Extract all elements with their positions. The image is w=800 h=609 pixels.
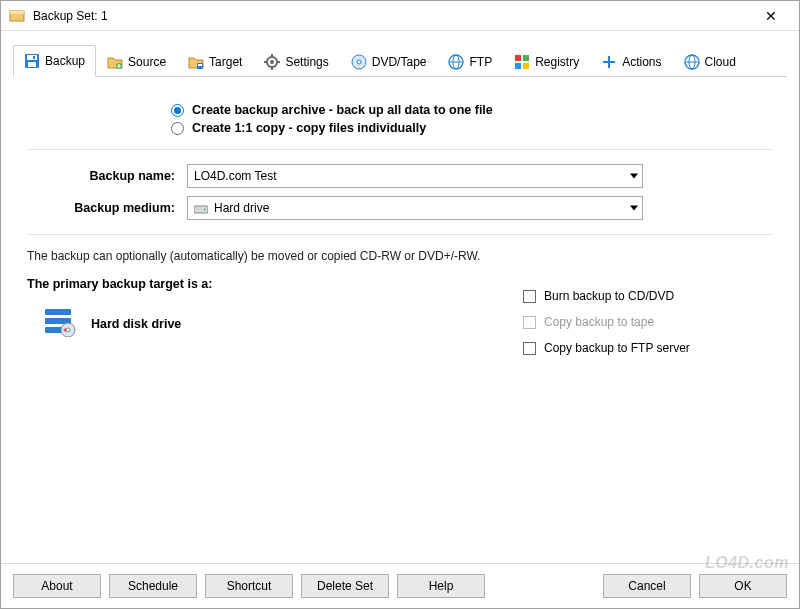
svg-rect-20 bbox=[515, 55, 521, 61]
save-icon bbox=[24, 53, 40, 69]
button-bar: About Schedule Shortcut Delete Set Help … bbox=[1, 563, 799, 608]
radio-create-archive[interactable]: Create backup archive - back up all data… bbox=[171, 103, 773, 117]
svg-rect-8 bbox=[198, 64, 202, 66]
checkbox-icon bbox=[523, 342, 536, 355]
svg-rect-1 bbox=[10, 11, 24, 14]
help-button[interactable]: Help bbox=[397, 574, 485, 598]
disc-icon bbox=[351, 54, 367, 70]
backup-name-combo[interactable]: LO4D.com Test bbox=[187, 164, 643, 188]
col-primary-target: The primary backup target is a: bbox=[27, 277, 523, 367]
registry-icon bbox=[514, 54, 530, 70]
checkbox-copy-tape: Copy backup to tape bbox=[523, 315, 773, 329]
tab-settings[interactable]: Settings bbox=[253, 45, 339, 77]
tab-dvdtape[interactable]: DVD/Tape bbox=[340, 45, 438, 77]
svg-rect-4 bbox=[28, 62, 36, 67]
tab-ftp[interactable]: FTP bbox=[437, 45, 503, 77]
radio-label: Create 1:1 copy - copy files individuall… bbox=[192, 121, 426, 135]
note-text: The backup can optionally (automatically… bbox=[27, 249, 773, 263]
tab-actions[interactable]: Actions bbox=[590, 45, 672, 77]
window: Backup Set: 1 ✕ Backup Source Targe bbox=[0, 0, 800, 609]
svg-point-28 bbox=[204, 209, 206, 211]
tab-source[interactable]: Source bbox=[96, 45, 177, 77]
hard-disk-icon bbox=[43, 307, 77, 340]
tab-label: Target bbox=[209, 55, 242, 69]
ok-button[interactable]: OK bbox=[699, 574, 787, 598]
tab-registry[interactable]: Registry bbox=[503, 45, 590, 77]
checkbox-icon bbox=[523, 290, 536, 303]
tab-label: FTP bbox=[469, 55, 492, 69]
delete-set-button[interactable]: Delete Set bbox=[301, 574, 389, 598]
svg-rect-5 bbox=[33, 56, 35, 59]
tab-label: Source bbox=[128, 55, 166, 69]
shortcut-button[interactable]: Shortcut bbox=[205, 574, 293, 598]
primary-target-value: Hard disk drive bbox=[91, 317, 181, 331]
gear-icon bbox=[264, 54, 280, 70]
primary-target-row: Hard disk drive bbox=[43, 307, 523, 340]
backup-medium-value: Hard drive bbox=[214, 201, 269, 215]
svg-point-16 bbox=[357, 60, 361, 64]
columns: The primary backup target is a: bbox=[27, 277, 773, 367]
radio-icon bbox=[171, 122, 184, 135]
checkbox-copy-ftp[interactable]: Copy backup to FTP server bbox=[523, 341, 773, 355]
close-button[interactable]: ✕ bbox=[751, 8, 791, 24]
schedule-button[interactable]: Schedule bbox=[109, 574, 197, 598]
radio-icon bbox=[171, 104, 184, 117]
tab-strip: Backup Source Target Settings bbox=[13, 45, 787, 77]
cancel-button[interactable]: Cancel bbox=[603, 574, 691, 598]
checkbox-icon bbox=[523, 316, 536, 329]
about-button[interactable]: About bbox=[13, 574, 101, 598]
backup-medium-combo[interactable]: Hard drive bbox=[187, 196, 643, 220]
svg-rect-21 bbox=[523, 55, 529, 61]
plus-icon bbox=[601, 54, 617, 70]
svg-point-10 bbox=[270, 60, 274, 64]
svg-rect-3 bbox=[27, 55, 37, 60]
tab-cloud[interactable]: Cloud bbox=[673, 45, 747, 77]
chevron-down-icon bbox=[630, 206, 638, 211]
separator bbox=[27, 149, 773, 150]
backup-name-label: Backup name: bbox=[27, 169, 187, 183]
titlebar: Backup Set: 1 ✕ bbox=[1, 1, 799, 31]
checkbox-label: Copy backup to FTP server bbox=[544, 341, 690, 355]
content-area: Backup Source Target Settings bbox=[1, 31, 799, 563]
backup-name-value: LO4D.com Test bbox=[194, 169, 276, 183]
hard-drive-icon bbox=[194, 203, 208, 213]
radio-create-copy[interactable]: Create 1:1 copy - copy files individuall… bbox=[171, 121, 773, 135]
tab-backup[interactable]: Backup bbox=[13, 45, 96, 77]
window-title: Backup Set: 1 bbox=[33, 9, 751, 23]
backup-medium-label: Backup medium: bbox=[27, 201, 187, 215]
radio-label: Create backup archive - back up all data… bbox=[192, 103, 493, 117]
row-backup-medium: Backup medium: Hard drive bbox=[27, 196, 773, 220]
app-icon bbox=[9, 8, 25, 24]
chevron-down-icon bbox=[630, 174, 638, 179]
svg-rect-29 bbox=[45, 309, 71, 315]
svg-rect-22 bbox=[515, 63, 521, 69]
tab-panel-backup: Create backup archive - back up all data… bbox=[13, 77, 787, 563]
globe-icon bbox=[684, 54, 700, 70]
svg-point-33 bbox=[66, 328, 70, 332]
svg-rect-23 bbox=[523, 63, 529, 69]
tab-target[interactable]: Target bbox=[177, 45, 253, 77]
folder-plus-icon bbox=[107, 54, 123, 70]
separator bbox=[27, 234, 773, 235]
tab-label: Actions bbox=[622, 55, 661, 69]
row-backup-name: Backup name: LO4D.com Test bbox=[27, 164, 773, 188]
folder-save-icon bbox=[188, 54, 204, 70]
globe-icon bbox=[448, 54, 464, 70]
checkbox-label: Copy backup to tape bbox=[544, 315, 654, 329]
tab-label: Backup bbox=[45, 54, 85, 68]
checkbox-burn-cd[interactable]: Burn backup to CD/DVD bbox=[523, 289, 773, 303]
tab-label: Cloud bbox=[705, 55, 736, 69]
tab-label: Registry bbox=[535, 55, 579, 69]
primary-target-label: The primary backup target is a: bbox=[27, 277, 523, 291]
checkbox-label: Burn backup to CD/DVD bbox=[544, 289, 674, 303]
tab-label: DVD/Tape bbox=[372, 55, 427, 69]
col-options: Burn backup to CD/DVD Copy backup to tap… bbox=[523, 277, 773, 367]
tab-label: Settings bbox=[285, 55, 328, 69]
